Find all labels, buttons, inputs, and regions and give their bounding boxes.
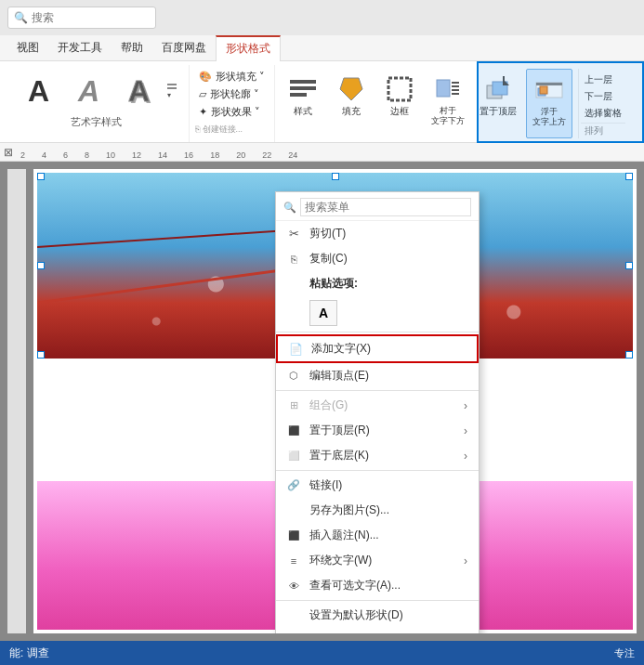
search-icon: 🔍 [283, 202, 296, 214]
group-arrow: › [464, 399, 467, 412]
ruler-mark-4: 4 [42, 150, 46, 160]
alttext-icon: 👁 [285, 580, 302, 592]
artword-section: A A A ▾ 艺术字样式 [4, 65, 190, 142]
ctx-sep-1 [276, 332, 479, 332]
float-above-icon [532, 73, 566, 107]
doc-area: 🔍 ✂ 剪切(T) ⎘ 复制(C) 粘贴选项: A [0, 162, 644, 641]
svg-rect-18 [540, 86, 547, 94]
ctx-edit-points[interactable]: ⬡ 编辑顶点(E) [276, 363, 479, 388]
ctx-copy-label: 复制(C) [309, 251, 348, 267]
shape-outline-btn[interactable]: ▱ 形状轮廓 ˅ [195, 86, 269, 102]
link-icon: 🔗 [285, 479, 302, 491]
ctx-link[interactable]: 🔗 链接(I) [276, 473, 479, 498]
context-menu-search[interactable]: 🔍 [276, 194, 479, 221]
ctx-top-layer[interactable]: ⬛ 置于顶层(R) › [276, 418, 479, 443]
ctx-cut[interactable]: ✂ 剪切(T) [276, 221, 479, 246]
style-label: 样式 [294, 106, 312, 117]
format-section: 🎨 形状填充 ˅ ▱ 形状轮廓 ˅ ✦ 形状效果 ˅ ⎘ 创建链接... [190, 65, 275, 142]
ctx-add-text[interactable]: 📄 添加文字(X) [276, 334, 479, 363]
bottomlayer-icon: ⬜ [285, 450, 302, 461]
ctx-bottomlayer-label: 置于底层(K) [309, 448, 369, 463]
ctx-copy[interactable]: ⎘ 复制(C) [276, 246, 479, 271]
handle-bl[interactable] [37, 351, 45, 359]
ctx-toplayer-label: 置于顶层(R) [309, 423, 370, 438]
ctx-paste-header-label: 粘贴选项: [309, 276, 358, 292]
shape-fill-btn[interactable]: 🎨 形状填充 ˅ [195, 69, 269, 85]
ribbon-tabs: 视图 开发工具 帮助 百度网盘 形状格式 [0, 35, 644, 61]
left-ruler [7, 169, 26, 633]
ruler-mark-24: 24 [288, 150, 297, 160]
ctx-cut-label: 剪切(T) [309, 226, 346, 241]
ctx-caption-label: 插入题注(N)... [309, 528, 379, 543]
artword-style-3[interactable]: A [116, 69, 163, 113]
float-above-text-btn[interactable]: 浮于 文字上方 [526, 69, 572, 138]
ctx-group[interactable]: ⊞ 组合(G) › [276, 393, 479, 418]
ctx-paste-header: 粘贴选项: [276, 271, 479, 296]
context-menu: 🔍 ✂ 剪切(T) ⎘ 复制(C) 粘贴选项: A [275, 191, 480, 633]
context-search-input[interactable] [300, 198, 471, 216]
paste-opt-a[interactable]: A [309, 300, 337, 326]
ctx-otherlayout-label: 其他布局选项(L)... [309, 632, 400, 633]
style-icon [286, 72, 320, 106]
tab-help[interactable]: 帮助 [112, 35, 152, 61]
search-box-container[interactable]: 🔍 [7, 7, 156, 29]
svg-rect-1 [290, 86, 316, 90]
caption-icon: ⬛ [285, 530, 302, 541]
ctx-insert-caption[interactable]: ⬛ 插入题注(N)... [276, 523, 479, 548]
fill-icon [335, 72, 368, 106]
ctx-set-default[interactable]: 设置为默认形状(D) [276, 603, 479, 628]
ctx-link-label: 链接(I) [309, 477, 342, 493]
handle-ml[interactable] [37, 262, 45, 269]
ctx-view-alttext[interactable]: 👁 查看可选文字(A)... [276, 573, 479, 598]
ruler-mark-2: 2 [20, 150, 25, 160]
top-layer-btn[interactable]: 置于顶层 [474, 69, 522, 138]
ruler-mark-12: 12 [132, 150, 141, 160]
handle-mr[interactable] [625, 262, 633, 269]
handle-tr[interactable] [625, 173, 633, 180]
toplayer-icon: ⬛ [285, 425, 302, 436]
status-left: 能: 调查 [9, 645, 49, 661]
tab-shape-format[interactable]: 形状格式 [216, 35, 281, 61]
search-input[interactable] [32, 11, 143, 24]
expand-icon[interactable]: ⎘ 创建链接... [195, 124, 269, 136]
artword-style-1[interactable]: A [16, 69, 62, 113]
ctx-saveimage-label: 另存为图片(S)... [309, 502, 389, 518]
float-above-label: 浮于 文字上方 [532, 107, 566, 127]
artword-expand[interactable]: ▾ [166, 69, 177, 113]
ctx-sep-3 [276, 470, 479, 471]
tab-view[interactable]: 视图 [7, 35, 48, 61]
select-pane-btn[interactable]: 选择窗格 [581, 106, 625, 121]
artword-style-2[interactable]: A [66, 69, 112, 113]
fill-btn[interactable]: 填充 [329, 69, 374, 138]
text-below-btn[interactable]: 村于 文字下方 [426, 69, 470, 138]
ctx-sep-2 [276, 390, 479, 391]
svg-line-20 [37, 228, 316, 247]
ctx-sep-4 [276, 600, 479, 601]
shape-effect-btn[interactable]: ✦ 形状效果 ˅ [195, 104, 269, 120]
ctx-save-image[interactable]: 另存为图片(S)... [276, 498, 479, 523]
artword-styles-row: A A A ▾ [16, 69, 177, 113]
ruler-mark-22: 22 [262, 150, 271, 160]
next-layer-btn[interactable]: 下一层 [581, 89, 625, 104]
ctx-group-label: 组合(G) [309, 398, 348, 413]
copy-icon: ⎘ [285, 254, 302, 265]
ctx-wrap-text[interactable]: ≡ 环绕文字(W) › [276, 548, 479, 573]
handle-tl[interactable] [37, 173, 45, 180]
right-section: 样式 填充 边框 [275, 65, 640, 142]
addtext-icon: 📄 [287, 343, 304, 356]
border-btn[interactable]: 边框 [377, 69, 422, 138]
tab-baidu[interactable]: 百度网盘 [152, 35, 216, 61]
ctx-bottom-layer[interactable]: ⬜ 置于底层(K) › [276, 443, 479, 468]
ctx-wraptext-label: 环绕文字(W) [309, 553, 372, 568]
ribbon-toolbar: A A A ▾ 艺术字样式 🎨 形状填充 ˅ ▱ 形状轮廓 ˅ ✦ 形状效果 ˅ [0, 61, 644, 143]
group-icon: ⊞ [285, 399, 302, 411]
prev-layer-btn[interactable]: 上一层 [581, 72, 625, 87]
status-focus-btn[interactable]: 专注 [614, 646, 635, 660]
handle-br[interactable] [625, 351, 633, 359]
ctx-other-layout[interactable]: ⊞ 其他布局选项(L)... [276, 628, 479, 633]
handle-tm[interactable] [332, 173, 339, 180]
ctx-setdefault-label: 设置为默认形状(D) [309, 607, 403, 623]
top-layer-icon [481, 72, 515, 106]
tab-devtools[interactable]: 开发工具 [48, 35, 112, 61]
style-btn[interactable]: 样式 [281, 69, 325, 138]
